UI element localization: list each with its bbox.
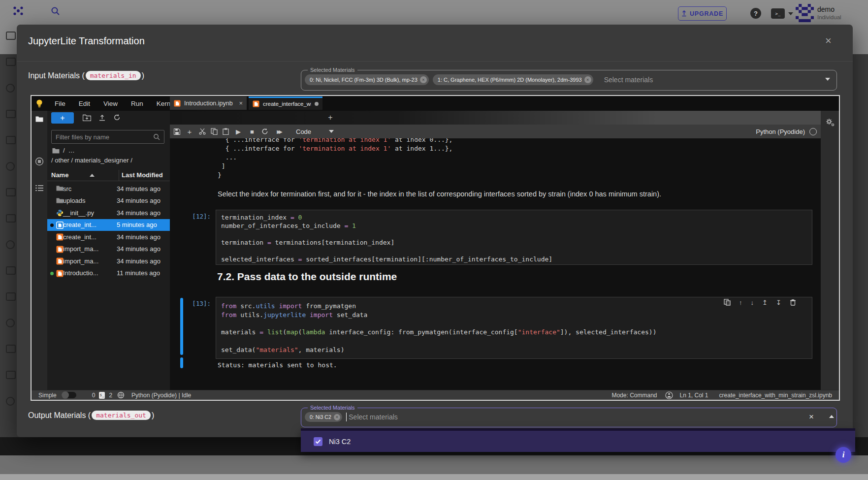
move-cell-down-icon[interactable]: ↓ <box>751 299 754 306</box>
file-row[interactable]: import_ma... 34 minutes ago <box>47 255 170 267</box>
kernel-indicator[interactable]: Python (Pyodide) <box>756 128 817 135</box>
kernel-name: Python (Pyodide) <box>756 128 805 135</box>
checkbox-checked-icon[interactable] <box>314 437 322 446</box>
avatar[interactable] <box>796 4 814 22</box>
interrupt-kernel-icon[interactable]: ■ <box>248 128 257 135</box>
home-folder-icon[interactable] <box>52 148 60 154</box>
chip-delete-icon[interactable]: × <box>420 76 427 83</box>
column-divider <box>119 170 119 181</box>
file-row[interactable]: uploads 34 minutes ago <box>47 195 170 207</box>
chip-delete-icon[interactable]: × <box>334 414 340 420</box>
input-select-caret-icon[interactable] <box>825 78 830 81</box>
file-time: 34 minutes ago <box>117 185 161 192</box>
terminal-count[interactable]: 0 <box>92 392 96 399</box>
kernel-status-text[interactable]: Python (Pyodide) | Idle <box>131 392 191 399</box>
file-time: 5 minutes ago <box>117 221 157 228</box>
search-icon[interactable] <box>51 6 61 16</box>
active-file-name: create_interface_with_min_strain_zsl.ipy… <box>719 392 832 399</box>
breadcrumb-ellipsis[interactable]: … <box>68 147 75 154</box>
restart-run-all-icon[interactable]: ▶▶ <box>273 129 284 134</box>
file-row[interactable]: create_int... 34 minutes ago <box>47 231 170 243</box>
sort-ascending-icon[interactable] <box>90 174 95 177</box>
move-cell-up-icon[interactable]: ↑ <box>739 299 742 306</box>
terminal-icon: >_ <box>775 11 781 16</box>
output-select-collapse-icon[interactable] <box>829 415 834 418</box>
file-row[interactable]: __init__.py 34 minutes ago <box>47 207 170 219</box>
property-inspector-gears-icon[interactable] <box>825 118 835 127</box>
search-icon <box>153 133 160 140</box>
jupyter-right-sidebar <box>821 111 839 390</box>
code-line <box>221 247 807 255</box>
unsaved-dot-icon[interactable] <box>315 102 319 106</box>
running-sessions-icon[interactable] <box>35 157 44 166</box>
insert-cell-icon[interactable]: + <box>185 128 194 136</box>
new-tab-button[interactable]: + <box>325 112 336 123</box>
file-row-selected[interactable]: create_int... 5 minutes ago <box>47 219 170 231</box>
breadcrumb-root[interactable]: / <box>63 147 65 154</box>
column-modified[interactable]: Last Modified <box>122 171 163 179</box>
save-icon[interactable] <box>174 128 180 135</box>
menu-run[interactable]: Run <box>131 100 143 107</box>
filter-files-input[interactable]: Filter files by name <box>51 130 164 144</box>
tab-create-interface-active[interactable]: create_interface_with_min_ <box>249 96 322 110</box>
column-name[interactable]: Name <box>51 171 68 179</box>
console-menu-button[interactable]: >_ <box>771 8 785 19</box>
file-name: import_ma... <box>63 257 98 265</box>
upgrade-button[interactable]: UPGRADE <box>678 6 727 21</box>
file-row[interactable]: import_ma... 34 minutes ago <box>47 243 170 256</box>
menu-file[interactable]: File <box>55 100 65 107</box>
file-time: 34 minutes ago <box>117 245 161 253</box>
tab-close-icon[interactable]: × <box>239 99 243 107</box>
clear-selection-icon[interactable]: × <box>809 412 814 422</box>
delete-cell-icon[interactable] <box>790 299 796 306</box>
insert-cell-below-icon[interactable]: ↧ <box>776 299 781 306</box>
upload-files-icon[interactable] <box>98 114 106 121</box>
output-label-suffix: ) <box>152 411 154 420</box>
material-chip[interactable]: 0: Ni3 C2 × <box>305 412 342 422</box>
menu-view[interactable]: View <box>103 100 118 107</box>
code-line: from src.utils import from_pymatgen <box>221 302 807 311</box>
code-line: from utils.jupyterlite import set_data <box>221 311 807 320</box>
python-file-icon <box>56 209 64 217</box>
code-cell-12[interactable]: termination_index = 0 number_of_interfac… <box>216 210 812 265</box>
cell-type-select[interactable]: Code <box>296 128 311 135</box>
cut-cells-icon[interactable] <box>199 128 206 135</box>
duplicate-cell-icon[interactable] <box>724 299 731 306</box>
simple-mode-toggle[interactable] <box>62 392 76 398</box>
kernel-count[interactable]: 2 <box>109 392 112 399</box>
restart-kernel-icon[interactable] <box>261 128 268 135</box>
new-launcher-button[interactable]: + <box>51 112 74 124</box>
app-logo-icon[interactable] <box>12 5 25 17</box>
dropdown-option-ni3c2[interactable]: Ni3 C2 <box>301 431 855 452</box>
breadcrumb[interactable]: / … <box>52 147 75 154</box>
file-row[interactable]: Introductio... 11 minutes ago <box>47 267 170 280</box>
breadcrumb-path[interactable]: / other / materials_designer / <box>51 157 132 164</box>
code-cell-13[interactable]: from src.utils import from_pymatgen from… <box>216 297 812 359</box>
copy-cells-icon[interactable] <box>211 128 218 135</box>
listing-header: Name Last Modified <box>47 170 170 181</box>
refresh-file-list-icon[interactable] <box>113 114 121 121</box>
folder-icon <box>56 197 64 204</box>
accessibility-icon[interactable] <box>665 391 673 399</box>
output-collapser[interactable] <box>180 357 183 368</box>
paste-cells-icon[interactable] <box>223 128 229 135</box>
menu-edit[interactable]: Edit <box>79 100 90 107</box>
insert-cell-above-icon[interactable]: ↥ <box>762 299 768 306</box>
new-folder-icon[interactable] <box>83 114 91 121</box>
cursor-position[interactable]: Ln 1, Col 1 <box>680 392 708 399</box>
user-name[interactable]: demo <box>817 5 835 13</box>
cell-type-caret-icon[interactable] <box>329 130 334 133</box>
file-row[interactable]: src 34 minutes ago <box>47 183 170 195</box>
material-chip[interactable]: 1: C, Graphene, HEX (P6/mmm) 2D (Monolay… <box>433 74 593 85</box>
chip-delete-icon[interactable]: × <box>584 76 591 83</box>
material-chip[interactable]: 0: Ni, Nickel, FCC (Fm-3m) 3D (Bulk), mp… <box>305 74 429 85</box>
run-cell-icon[interactable]: ▶ <box>234 128 243 135</box>
files-tab-icon[interactable] <box>35 116 43 123</box>
kernel-running-dot <box>50 224 54 227</box>
modal-close-icon[interactable]: × <box>825 34 832 47</box>
file-name: import_ma... <box>63 245 98 253</box>
info-fab-button[interactable]: i <box>836 447 851 463</box>
help-button[interactable]: ? <box>750 8 761 19</box>
table-of-contents-icon[interactable] <box>35 185 43 192</box>
tab-introduction[interactable]: Introduction.ipynb × <box>170 96 247 110</box>
